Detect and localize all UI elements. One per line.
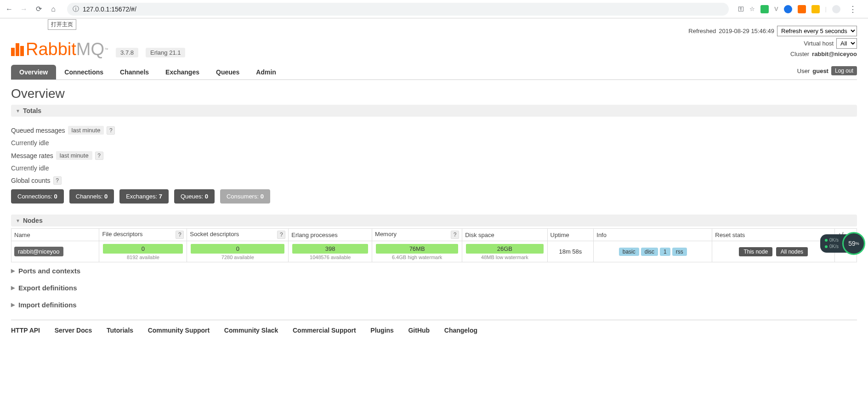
ep-sub: 1048576 available: [291, 255, 369, 260]
info-basic-tag: basic: [619, 248, 639, 256]
vue-icon[interactable]: V: [774, 6, 778, 12]
footer-tutorials[interactable]: Tutorials: [107, 327, 133, 334]
mem-value: 76MB: [376, 244, 458, 254]
col-sd: Socket descriptors ?: [187, 229, 289, 241]
uptime-value: 18m 58s: [547, 241, 594, 262]
ep-value: 398: [292, 244, 368, 254]
col-uptime: Uptime: [547, 229, 594, 241]
home-icon[interactable]: ⌂: [49, 5, 58, 13]
extension-icons: ⚿ ☆ V | ⋮: [738, 4, 863, 14]
sd-value: 0: [191, 244, 284, 254]
col-ep: Erlang processes: [289, 229, 372, 241]
help-icon[interactable]: ?: [176, 231, 184, 239]
perf-circle: 59%: [842, 232, 865, 255]
disk-sub: 48MB low watermark: [465, 255, 544, 260]
fd-value: 0: [103, 244, 183, 254]
section-nodes-header[interactable]: ▼ Nodes: [11, 215, 857, 226]
footer-changelog[interactable]: Changelog: [444, 327, 477, 334]
mem-sub: 6.4GB high watermark: [375, 255, 459, 260]
info-rss-tag: rss: [672, 248, 687, 256]
footer-community-slack[interactable]: Community Slack: [224, 327, 278, 334]
fd-sub: 8192 available: [102, 255, 184, 260]
tab-overview[interactable]: Overview: [11, 65, 56, 79]
queued-messages-label: Queued messages: [11, 127, 65, 134]
vhost-select[interactable]: All: [836, 38, 857, 49]
evernote-icon[interactable]: [760, 5, 769, 13]
help-icon[interactable]: ?: [95, 152, 103, 160]
ext-yellow-icon[interactable]: [811, 5, 820, 13]
home-tooltip: 打开主页: [48, 19, 76, 30]
chevron-right-icon: ▶: [11, 285, 15, 291]
main-tabs: Overview Connections Channels Exchanges …: [11, 65, 857, 80]
footer-commercial[interactable]: Commercial Support: [293, 327, 356, 334]
col-reset: Reset stats: [712, 229, 835, 241]
reset-all-nodes-button[interactable]: All nodes: [776, 247, 808, 256]
user-value: guest: [812, 68, 828, 74]
tab-exchanges[interactable]: Exchanges: [157, 65, 208, 79]
tab-connections[interactable]: Connections: [56, 65, 112, 79]
reload-icon[interactable]: ⟳: [34, 5, 43, 13]
nodes-table: Name File descriptors ? Socket descripto…: [11, 228, 857, 262]
node-name[interactable]: rabbit@niceyoo: [14, 247, 63, 256]
table-row: rabbit@niceyoo 08192 available 07280 ava…: [11, 241, 857, 262]
refreshed-label: Refreshed: [688, 28, 716, 34]
tab-admin[interactable]: Admin: [248, 65, 284, 79]
erlang-badge: Erlang 21.1: [146, 48, 186, 57]
star-icon[interactable]: ☆: [749, 6, 755, 12]
version-badge: 3.7.8: [116, 48, 138, 57]
vhost-label: Virtual host: [804, 40, 834, 47]
ext-orange-icon[interactable]: [798, 5, 806, 13]
chevron-down-icon: ▼: [16, 108, 20, 113]
connections-count-pill[interactable]: Connections: 0: [11, 189, 64, 204]
reset-this-node-button[interactable]: This node: [739, 247, 772, 256]
footer-server-docs[interactable]: Server Docs: [55, 327, 92, 334]
section-ports[interactable]: ▶ Ports and contexts: [11, 262, 857, 279]
tab-channels[interactable]: Channels: [112, 65, 157, 79]
ext-blue-icon[interactable]: [784, 5, 792, 13]
queued-range-chip[interactable]: last minute: [68, 126, 104, 135]
cluster-label: Cluster: [790, 51, 809, 57]
message-rates-label: Message rates: [11, 152, 53, 159]
url-bar[interactable]: ⓘ 127.0.0.1:15672/#/: [67, 3, 729, 16]
tab-queues[interactable]: Queues: [208, 65, 248, 79]
disk-value: 26GB: [466, 244, 543, 254]
help-icon[interactable]: ?: [451, 231, 459, 239]
browser-toolbar: ← → ⟳ ⌂ ⓘ 127.0.0.1:15672/#/ ⚿ ☆ V | ⋮: [0, 0, 868, 18]
chevron-down-icon: ▼: [16, 218, 20, 223]
footer-http-api[interactable]: HTTP API: [11, 327, 40, 334]
menu-icon[interactable]: ⋮: [846, 4, 860, 14]
rates-range-chip[interactable]: last minute: [56, 151, 92, 160]
info-1-tag: 1: [660, 248, 670, 256]
key-icon[interactable]: ⚿: [738, 6, 744, 12]
col-info: Info: [594, 229, 712, 241]
logo-bars-icon: [11, 43, 24, 56]
ext-music-icon[interactable]: [832, 5, 840, 13]
footer-plugins[interactable]: Plugins: [370, 327, 394, 334]
section-export[interactable]: ▶ Export definitions: [11, 279, 857, 296]
help-icon[interactable]: ?: [107, 126, 115, 135]
help-icon[interactable]: ?: [277, 231, 285, 239]
col-name: Name: [11, 229, 99, 241]
refresh-interval-select[interactable]: Refresh every 5 seconds: [777, 26, 857, 36]
url-text: 127.0.0.1:15672/#/: [83, 6, 136, 13]
page-title: Overview: [11, 86, 857, 101]
section-import[interactable]: ▶ Import definitions: [11, 296, 857, 313]
help-icon[interactable]: ?: [53, 176, 62, 185]
footer-github[interactable]: GitHub: [408, 327, 430, 334]
chevron-right-icon: ▶: [11, 268, 15, 274]
performance-widget[interactable]: 0K/s 0K/s 59%: [820, 232, 865, 255]
footer-community-support[interactable]: Community Support: [148, 327, 210, 334]
exchanges-count-pill[interactable]: Exchanges: 7: [119, 189, 169, 204]
consumers-count-pill[interactable]: Consumers: 0: [220, 189, 270, 204]
section-totals-header[interactable]: ▼ Totals: [11, 105, 857, 117]
logout-button[interactable]: Log out: [831, 66, 857, 75]
refreshed-time: 2019-08-29 15:46:49: [719, 28, 774, 34]
queued-status: Currently idle: [11, 139, 49, 147]
chevron-right-icon: ▶: [11, 302, 15, 308]
queues-count-pill[interactable]: Queues: 0: [174, 189, 215, 204]
sd-sub: 7280 available: [190, 255, 285, 260]
back-icon[interactable]: ←: [5, 5, 14, 13]
forward-icon[interactable]: →: [19, 5, 28, 13]
col-mem: Memory ?: [372, 229, 462, 241]
channels-count-pill[interactable]: Channels: 0: [69, 189, 114, 204]
